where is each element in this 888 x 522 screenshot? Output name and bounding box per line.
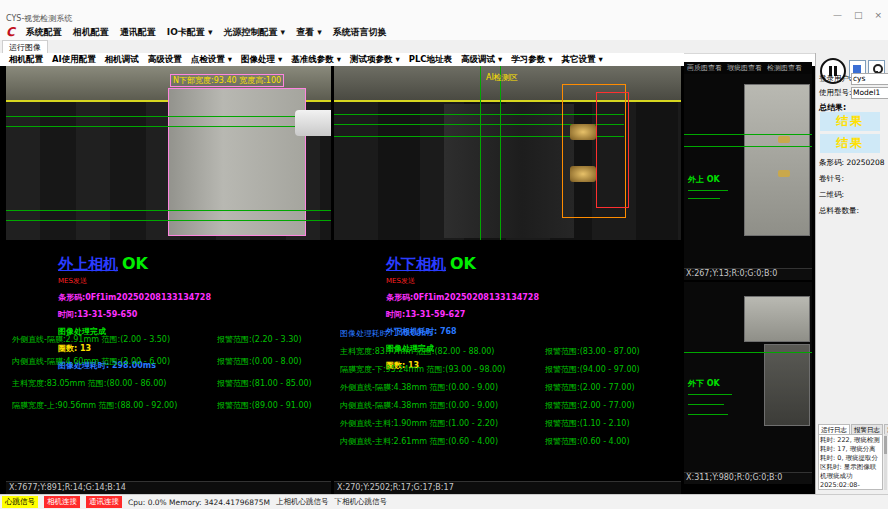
heartbeat-status-badge: 心跳信号 <box>2 496 38 508</box>
measurement-row: 主料宽度:83.77mm 范围:(82.00 - 88.00) 报警范围:(83… <box>340 346 673 364</box>
status-bar: 心跳信号 相机连接 通讯连接 Cpu: 0.0% Memory: 3424.41… <box>0 494 888 509</box>
contact-highlight <box>570 166 596 182</box>
preview-tab-defect[interactable]: 瑕疵图查看 <box>727 63 762 73</box>
measurement-value: 外侧直线-隔膜:4.38mm 范围:(0.00 - 9.00) <box>340 382 545 400</box>
width-annotation: N下部宽度:93.40 宽度高:100 <box>170 74 284 87</box>
baseline-vline <box>500 66 501 240</box>
camera-panel-outer-upper: N下部宽度:93.40 宽度高:100 外上相机OK MES发送 条形码:0Ff… <box>6 66 331 494</box>
measurement-value: 隔膜宽度-上:90.56mm 范围:(88.00 - 92.00) <box>12 400 217 422</box>
menu-language-switch[interactable]: 系统语言切换 <box>333 26 387 39</box>
measurement-value: 隔膜宽度-下:95.24mm 范围:(93.00 - 98.00) <box>340 364 545 382</box>
preview-result-label: 外下 OK <box>688 378 720 389</box>
barcode-label: 条形码: 20250208 <box>819 158 885 168</box>
measurement-list: 外侧直线-隔膜:2.91mm 范围:(2.00 - 3.50) 报警范围:(2.… <box>12 334 324 422</box>
measurement-row: 外侧直线-隔膜:2.91mm 范围:(2.00 - 3.50) 报警范围:(2.… <box>12 334 324 356</box>
tool-image-processing[interactable]: 图像处理 ▾ <box>241 54 282 66</box>
measurement-row: 内侧直线-隔膜:4.60mm 范围:(3.00 - 6.00) 报警范围:(0.… <box>12 356 324 378</box>
control-sidebar: 登录用户: cys 使用型号: Model1 总结果: 结果 结果 条形码: 2… <box>815 53 888 494</box>
menu-light-config[interactable]: 光源控制配置 ▾ <box>223 26 285 39</box>
preview-column: 画质图查看 瑕疵图查看 检测图查看 外上 OK X:267;Y:13;R:0;G… <box>684 62 812 494</box>
mini-text-line <box>688 190 728 191</box>
baseline-line <box>6 116 331 117</box>
measurement-value: 主料宽度:83.77mm 范围:(82.00 - 88.00) <box>340 346 545 364</box>
menu-system-config[interactable]: 系统配置 <box>26 26 62 39</box>
measurement-value: 外侧直线-隔膜:2.91mm 范围:(2.00 - 3.50) <box>12 334 217 356</box>
barcode-value: 20250208 <box>846 158 884 167</box>
login-user-label: 登录用户: <box>819 74 852 84</box>
camera-image-outer-lower[interactable]: AI检测区 <box>334 66 681 240</box>
preview-image-upper[interactable]: 外上 OK <box>684 74 812 268</box>
mini-text-line <box>688 198 720 199</box>
menu-view[interactable]: 查看 ▾ <box>296 26 322 39</box>
measurement-value: 外侧直线-主料:1.90mm 范围:(1.00 - 2.20) <box>340 418 545 436</box>
maximize-button[interactable]: □ <box>854 10 863 20</box>
toolbar: 相机配置 AI使用配置 相机调试 高级设置 点检设置 ▾ 图像处理 ▾ 基准线参… <box>0 53 684 67</box>
result-box-upper: 结果 <box>820 112 880 131</box>
connector-part <box>295 110 331 136</box>
measurement-row: 主料宽度:83.05mm 范围:(80.00 - 86.00) 报警范围:(81… <box>12 378 324 400</box>
window-title: CYS-视觉检测系统 <box>6 13 72 24</box>
tool-ai-usage-config[interactable]: AI使用配置 <box>52 54 96 66</box>
tool-camera-config[interactable]: 相机配置 <box>9 54 43 66</box>
camera-image-outer-upper[interactable]: N下部宽度:93.40 宽度高:100 <box>6 66 331 240</box>
tab-run-image[interactable]: 运行图像 <box>2 40 48 54</box>
alarm-range: 报警范围:(2.00 - 77.00) <box>545 382 673 400</box>
scrollbar-thumb[interactable] <box>884 436 887 454</box>
separator-block <box>168 88 306 236</box>
preview-header: 画质图查看 瑕疵图查看 检测图查看 <box>684 62 812 74</box>
time-line: 时间:13-31-59-650 <box>58 309 331 320</box>
mini-text-line <box>688 414 728 415</box>
lower-camera-status: 下相机心跳信号 <box>335 497 388 507</box>
cursor-coords-label: X:267;Y:13;R:0;G:0;B:0 <box>684 268 812 280</box>
baseline-line <box>684 146 812 147</box>
model-label: 使用型号: <box>819 88 852 98</box>
needle-label: 卷针号: <box>819 174 844 184</box>
tool-learning-params[interactable]: 学习参数 ▾ <box>511 54 552 66</box>
minimize-button[interactable]: — <box>833 10 842 20</box>
mini-text-line <box>688 404 724 405</box>
log-scrollbar[interactable] <box>884 434 887 490</box>
tool-other-settings[interactable]: 其它设置 ▾ <box>562 54 603 66</box>
contact-highlight <box>570 124 596 140</box>
alarm-range: 报警范围:(0.00 - 8.00) <box>217 356 324 378</box>
tool-advanced-debug[interactable]: 高级调试 ▾ <box>461 54 502 66</box>
app-logo-icon: C <box>6 26 15 38</box>
tool-baseline-params[interactable]: 基准线参数 ▾ <box>291 54 341 66</box>
login-user-field[interactable]: cys <box>851 73 888 85</box>
measurement-row: 隔膜宽度-上:90.56mm 范围:(88.00 - 92.00) 报警范围:(… <box>12 400 324 422</box>
alarm-range: 报警范围:(81.00 - 85.00) <box>217 378 324 400</box>
close-button[interactable]: × <box>874 10 882 20</box>
preview-machine-block <box>764 344 810 426</box>
menu-camera-config[interactable]: 相机配置 <box>73 26 109 39</box>
tool-camera-debug[interactable]: 相机调试 <box>105 54 139 66</box>
barcode-line: 条形码:0Ff1im20250208133134728 <box>386 292 681 303</box>
baseline-vline <box>480 66 481 240</box>
alarm-range: 报警范围:(89.00 - 91.00) <box>217 400 324 422</box>
tool-test-params[interactable]: 测试项参数 ▾ <box>350 54 400 66</box>
log-output[interactable]: 耗时: 222, 瑕疵检测耗时: 17, 瑕疵分离耗时: 0, 瑕疵提取分区耗时… <box>818 434 883 490</box>
preview-tab-detect[interactable]: 检测图查看 <box>767 63 802 73</box>
tool-advanced-settings[interactable]: 高级设置 <box>148 54 182 66</box>
barcode-label-text: 条形码: <box>819 158 844 167</box>
preview-tab-quality[interactable]: 画质图查看 <box>687 63 722 73</box>
camera-connection-badge: 相机连接 <box>44 496 80 508</box>
measurement-value: 内侧直线-隔膜:4.38mm 范围:(0.00 - 9.00) <box>340 400 545 418</box>
model-field[interactable]: Model1 <box>851 87 888 99</box>
menu-comm-config[interactable]: 通讯配置 <box>120 26 156 39</box>
menu-io-config[interactable]: IO卡配置 ▾ <box>167 26 213 39</box>
baseline-line <box>6 126 331 127</box>
measurement-row: 外侧直线-隔膜:4.38mm 范围:(0.00 - 9.00) 报警范围:(2.… <box>340 382 673 400</box>
tool-spot-check[interactable]: 点检设置 ▾ <box>191 54 232 66</box>
elapsed-line: 图像处理耗时: 140.00ms <box>340 328 545 346</box>
cpu-memory-status: Cpu: 0.0% Memory: 3424.41796875M <box>128 498 270 507</box>
result-ok: OK <box>450 254 476 273</box>
tool-plc-address-table[interactable]: PLC地址表 <box>409 54 452 66</box>
preview-machine-block <box>744 296 810 342</box>
preview-result-label: 外上 OK <box>688 174 720 185</box>
alarm-range: 报警范围:(1.10 - 2.10) <box>545 418 673 436</box>
cursor-coords-label: X:7677;Y:891;R:14;G:14;B:14 <box>6 481 331 494</box>
measurement-row: 外侧直线-主料:1.90mm 范围:(1.00 - 2.20) 报警范围:(1.… <box>340 418 673 436</box>
preview-image-lower[interactable]: 外下 OK <box>684 282 812 472</box>
upper-camera-status: 上相机心跳信号 <box>276 497 329 507</box>
cursor-coords-label: X:270;Y:2502;R:17;G:17;B:17 <box>334 481 681 494</box>
